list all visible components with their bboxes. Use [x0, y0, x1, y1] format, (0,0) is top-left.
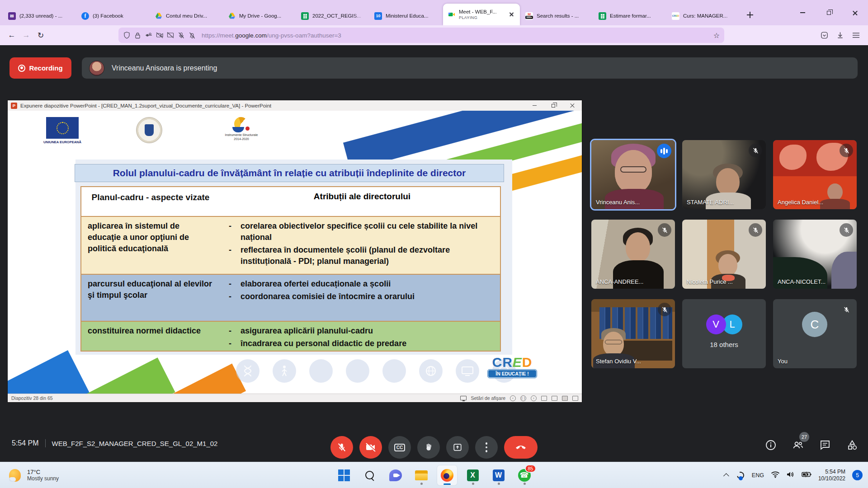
captions-button[interactable]: CC — [388, 436, 411, 459]
you-tile[interactable]: C You — [773, 299, 857, 368]
start-button[interactable] — [334, 465, 354, 485]
present-button[interactable] — [446, 436, 469, 459]
pocket-icon[interactable] — [821, 32, 828, 39]
url-text[interactable]: https://meet.google.com/ung-pvss-oam?aut… — [202, 32, 710, 39]
tab-mail[interactable]: ✉ (2,333 unread) - ... — [4, 6, 76, 25]
screen: ✉ (2,333 unread) - ... f (3) Facebook Co… — [0, 0, 868, 488]
tab-drive-contul[interactable]: Contul meu Driv... — [150, 6, 222, 25]
guvernul-romaniei-logo — [136, 117, 162, 143]
view-normal-icon[interactable] — [541, 396, 547, 401]
restore-button[interactable] — [816, 0, 842, 25]
mic-toggle-button[interactable] — [330, 436, 353, 459]
bookmark-star-icon[interactable]: ☆ — [713, 31, 720, 40]
lock-icon[interactable] — [134, 32, 142, 39]
window-controls — [789, 0, 868, 25]
meeting-details-icon[interactable] — [765, 439, 777, 451]
participant-tile[interactable]: Angelica Daniel... — [773, 140, 857, 209]
table-header-left: Planul-cadru - aspecte vizate — [81, 187, 217, 216]
view-grid-icon[interactable] — [552, 396, 557, 401]
tab-title: Ministerul Educa... — [386, 13, 438, 19]
mail-icon: ✉ — [8, 12, 16, 20]
tray-language[interactable]: ENG — [752, 472, 764, 479]
leave-call-button[interactable] — [504, 436, 538, 459]
view-slideshow-icon[interactable] — [572, 396, 578, 401]
battery-icon[interactable] — [802, 471, 811, 479]
ppt-restore-button[interactable] — [544, 100, 563, 111]
tray-sync-icon[interactable] — [736, 471, 745, 480]
participant-tile[interactable]: STAMATE ADRI... — [682, 140, 766, 209]
tab-meet-active[interactable]: Meet - WEB_F... PLAYING — [443, 4, 520, 25]
screen-share-blocked-icon[interactable] — [166, 32, 174, 39]
tab-estimare[interactable]: Estimare formar... — [594, 6, 666, 25]
avatar-c: C — [802, 312, 827, 337]
back-button[interactable]: ← — [5, 28, 19, 42]
tray-clock[interactable]: 5:54 PM 10/10/2022 — [818, 469, 845, 482]
downloads-icon[interactable] — [836, 32, 844, 39]
person-icon — [273, 359, 296, 383]
camera-blocked-icon[interactable] — [156, 32, 163, 39]
watermark-icon-row — [236, 359, 516, 383]
forward-button[interactable]: → — [19, 28, 33, 42]
presenter-avatar — [89, 61, 104, 76]
minimize-button[interactable] — [789, 0, 816, 25]
excel-icon: X — [467, 469, 479, 481]
reload-button[interactable]: ↻ — [33, 28, 48, 42]
participant-name: Nicoleta Purice ... — [687, 278, 733, 285]
taskbar-whatsapp-button[interactable]: ☎ 85 — [514, 465, 534, 485]
permissions-toggle-icon[interactable] — [145, 32, 152, 39]
tab-facebook[interactable]: f (3) Facebook — [77, 6, 149, 25]
raise-hand-button[interactable] — [417, 436, 440, 459]
facebook-icon: f — [81, 12, 89, 20]
tab-strip: ✉ (2,333 unread) - ... f (3) Facebook Co… — [0, 4, 757, 25]
calendar-icon: 10 — [374, 12, 382, 20]
more-options-button[interactable] — [475, 436, 498, 459]
toolbar-right — [821, 32, 860, 39]
ppt-minimize-button[interactable] — [525, 100, 544, 111]
tab-search-results[interactable]: M 100+ Search results - ... — [521, 6, 593, 25]
participants-icon[interactable]: 27 — [792, 439, 804, 451]
tab-curs-manager[interactable]: CRED Curs: MANAGER... — [667, 6, 740, 25]
participant-name: ANCA-NICOLET... — [778, 278, 826, 285]
taskbar-chat-button[interactable] — [386, 465, 406, 485]
others-tile[interactable]: V L 18 others — [682, 299, 766, 368]
activities-icon[interactable] — [846, 439, 858, 451]
camera-toggle-button[interactable] — [359, 436, 382, 459]
participant-tile[interactable]: Vrinceanu Anis... — [591, 140, 675, 209]
address-bar[interactable]: https://meet.google.com/ung-pvss-oam?aut… — [118, 28, 724, 43]
word-icon: W — [493, 469, 505, 481]
view-reading-icon[interactable] — [562, 396, 568, 401]
next-slide-button[interactable]: › — [531, 395, 537, 401]
notifications-blocked-icon[interactable] — [188, 32, 196, 39]
menu-hamburger-icon[interactable] — [852, 32, 860, 39]
close-tab-icon[interactable] — [508, 11, 515, 18]
previous-slide-button[interactable]: ‹ — [510, 395, 516, 401]
new-tab-button[interactable] — [743, 8, 757, 22]
microphone-blocked-icon[interactable] — [177, 32, 185, 39]
whatsapp-badge: 85 — [525, 465, 536, 473]
participant-name: STAMATE ADRI... — [687, 199, 734, 206]
taskbar-search-button[interactable] — [360, 465, 380, 485]
notification-count-badge[interactable]: 5 — [852, 470, 863, 480]
taskbar-explorer-button[interactable] — [411, 465, 431, 485]
tab-ministerul[interactable]: 10 Ministerul Educa... — [370, 6, 442, 25]
volume-icon[interactable] — [787, 471, 795, 480]
participant-tile[interactable]: Stefan Ovidiu V... — [591, 299, 675, 368]
tab-drive-my[interactable]: My Drive - Goog... — [223, 6, 296, 25]
taskbar-word-button[interactable]: W — [489, 465, 509, 485]
participant-tile[interactable]: Nicoleta Purice ... — [682, 220, 766, 289]
participant-tile[interactable]: ANCA-ANDREE... — [591, 220, 675, 289]
chat-icon[interactable] — [819, 439, 831, 451]
windows-taskbar: 17°C Mostly sunny X W ☎ 85 ENG — [0, 462, 868, 488]
display-settings-icon[interactable] — [460, 396, 467, 400]
taskbar-excel-button[interactable]: X — [463, 465, 483, 485]
pause-button[interactable]: ❘❘ — [520, 395, 526, 401]
watermark-icon — [309, 359, 333, 383]
participant-tile[interactable]: ANCA-NICOLET... — [773, 220, 857, 289]
display-settings-label[interactable]: Setări de afişare — [471, 395, 505, 401]
tracking-shield-icon[interactable] — [123, 32, 131, 39]
tab-sheet-registru[interactable]: 2022_OCT_REGIS... — [297, 6, 369, 25]
wifi-icon[interactable] — [771, 471, 780, 480]
ppt-close-button[interactable] — [563, 100, 582, 111]
close-button[interactable] — [842, 0, 868, 25]
taskbar-firefox-button[interactable] — [437, 465, 457, 485]
